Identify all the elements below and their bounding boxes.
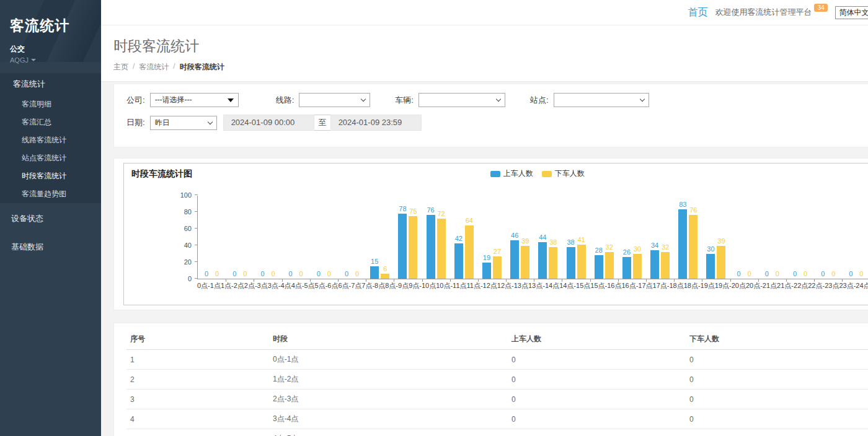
bar-wrap: 0 <box>342 270 351 279</box>
bar-wrap: 0 <box>773 270 782 279</box>
bar-wrap: 0 <box>241 270 249 279</box>
x-axis-category-label: 0点-1点 <box>197 281 221 290</box>
language-select[interactable]: 简体中文 <box>835 6 868 19</box>
bar-下车人数[interactable] <box>577 245 586 279</box>
bar-value-label: 0 <box>260 270 264 278</box>
sidebar-item-passenger-stats[interactable]: 客流统计 <box>0 73 101 95</box>
bar-value-label: 72 <box>437 210 445 218</box>
bar-上车人数[interactable] <box>427 215 435 279</box>
table-header-cell: 时段 <box>269 329 508 350</box>
table-cell: 0 <box>508 429 686 436</box>
app-title: 客流统计 <box>10 16 91 35</box>
table-cell: 1点-2点 <box>269 370 508 390</box>
company-select-value: ---请选择--- <box>155 95 192 105</box>
vehicle-select[interactable] <box>418 93 505 107</box>
chart-header: 时段车流统计图 上车人数下车人数 <box>124 164 868 182</box>
org-selector[interactable]: AQGJ <box>10 56 91 64</box>
home-link[interactable]: 首页 <box>688 6 707 19</box>
bar-下车人数[interactable] <box>689 215 698 279</box>
date-preset-select[interactable]: 昨日 <box>150 116 217 130</box>
bar-value-label: 0 <box>355 270 359 278</box>
notification-badge[interactable]: 34 <box>814 4 827 12</box>
bar-上车人数[interactable] <box>622 257 631 279</box>
sidebar-subitem[interactable]: 客流量趋势图 <box>0 185 101 203</box>
bar-上车人数[interactable] <box>706 254 715 279</box>
bar-下车人数[interactable] <box>521 246 529 279</box>
bar-value-label: 0 <box>289 270 293 278</box>
sidebar-subitem[interactable]: 时段客流统计 <box>0 167 101 185</box>
table-row: 21点-2点00 <box>126 370 868 390</box>
filter-row-selects: 公司: ---请选择--- 线路: 车辆: 站点: <box>126 93 868 107</box>
bar-下车人数[interactable] <box>381 274 389 279</box>
company-select[interactable]: ---请选择--- <box>150 93 239 107</box>
table-panel: 序号时段上车人数下车人数 10点-1点0021点-2点0032点-3点0043点… <box>113 323 868 436</box>
bar-wrap: 0 <box>268 270 277 279</box>
sidebar-subitem[interactable]: 站点客流统计 <box>0 149 101 167</box>
sidebar-submenu: 客流明细客流汇总线路客流统计站点客流统计时段客流统计客流量趋势图 <box>0 95 101 203</box>
line-select[interactable] <box>299 93 370 107</box>
sidebar-item[interactable]: 基础数据 <box>0 234 101 260</box>
bar-下车人数[interactable] <box>633 254 642 279</box>
legend-item[interactable]: 下车人数 <box>542 168 585 179</box>
bar-value-label: 39 <box>521 237 529 245</box>
bar-上车人数[interactable] <box>398 214 407 279</box>
chart-category-group: 2630 <box>618 196 646 279</box>
table-cell: 2 <box>126 370 269 390</box>
breadcrumb-item[interactable]: 客流统计 <box>139 62 169 72</box>
language-select-value: 简体中文 <box>839 7 868 18</box>
date-start-input[interactable]: 2024-01-09 00:00 <box>223 115 314 131</box>
bar-上车人数[interactable] <box>510 240 519 279</box>
bar-下车人数[interactable] <box>549 247 557 279</box>
sidebar-subitem[interactable]: 线路客流统计 <box>0 131 101 149</box>
table-row: 10点-1点00 <box>126 350 868 370</box>
bar-上车人数[interactable] <box>595 255 603 279</box>
bar-下车人数[interactable] <box>605 252 614 279</box>
chart-x-axis-labels: 0点-1点1点-2点2点-3点3点-4点4点-5点5点-6点6点-7点7点-8点… <box>197 281 868 290</box>
bar-下车人数[interactable] <box>437 219 446 279</box>
x-axis-category-label: 3点-4点 <box>268 281 291 290</box>
bar-上车人数[interactable] <box>650 250 659 279</box>
bar-wrap: 72 <box>437 210 446 279</box>
bar-wrap: 76 <box>427 206 435 279</box>
bar-wrap: 19 <box>482 254 491 279</box>
bar-wrap: 38 <box>567 238 575 279</box>
bar-下车人数[interactable] <box>465 225 474 279</box>
bar-上车人数[interactable] <box>538 242 547 279</box>
sidebar-item[interactable]: 设备状态 <box>0 206 101 232</box>
table-cell: 0 <box>508 350 686 370</box>
legend-label: 上车人数 <box>503 168 533 179</box>
bar-上车人数[interactable] <box>678 209 687 279</box>
bar-上车人数[interactable] <box>454 243 463 279</box>
bar-value-label: 64 <box>466 217 473 225</box>
bar-value-label: 0 <box>765 270 769 278</box>
bar-下车人数[interactable] <box>493 256 502 279</box>
breadcrumb: 主页/客流统计/时段客流统计 <box>113 62 868 72</box>
date-label: 日期: <box>126 117 145 128</box>
y-axis-tick-label: 40 <box>172 242 192 249</box>
bar-value-label: 0 <box>859 270 863 278</box>
bar-value-label: 38 <box>549 238 557 246</box>
sidebar-subitem[interactable]: 客流汇总 <box>0 113 101 131</box>
x-axis-category-label: 2点-3点 <box>244 281 268 290</box>
bar-wrap: 6 <box>381 265 389 279</box>
y-axis-tick-label: 60 <box>172 225 192 232</box>
bar-下车人数[interactable] <box>409 216 417 279</box>
bar-下车人数[interactable] <box>717 246 725 279</box>
bar-下车人数[interactable] <box>661 252 670 279</box>
bar-wrap: 75 <box>409 207 417 279</box>
legend-item[interactable]: 上车人数 <box>490 168 533 179</box>
org-code-label: AQGJ <box>10 56 29 64</box>
bar-wrap: 0 <box>202 270 211 279</box>
bar-上车人数[interactable] <box>482 263 491 279</box>
sidebar-subitem[interactable]: 客流明细 <box>0 95 101 113</box>
date-end-input[interactable]: 2024-01-09 23:59 <box>330 115 422 131</box>
bar-上车人数[interactable] <box>567 247 575 279</box>
bar-上车人数[interactable] <box>370 266 379 279</box>
breadcrumb-item[interactable]: 主页 <box>113 62 128 72</box>
station-select[interactable] <box>554 93 649 107</box>
bar-wrap: 0 <box>763 270 771 279</box>
legend-label: 下车人数 <box>555 168 585 179</box>
bar-value-label: 30 <box>634 245 641 253</box>
page-title: 时段客流统计 <box>113 37 868 56</box>
bar-wrap: 0 <box>818 270 827 279</box>
